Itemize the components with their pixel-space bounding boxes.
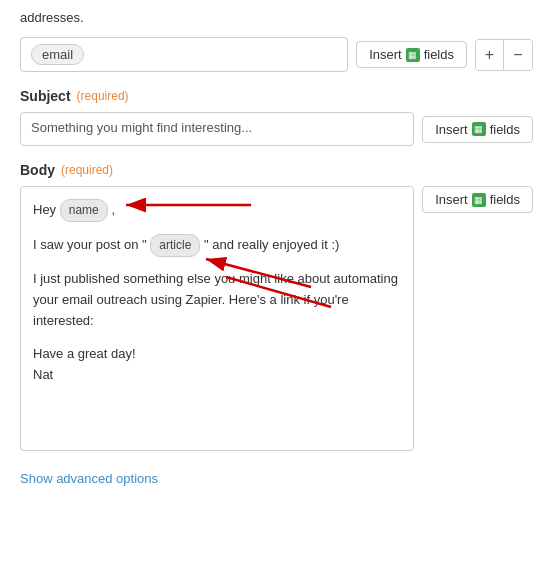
show-advanced-link[interactable]: Show advanced options xyxy=(20,471,158,486)
email-input[interactable]: email xyxy=(20,37,348,72)
body-label-row: Body (required) xyxy=(20,162,533,178)
email-fields-label: fields xyxy=(424,47,454,62)
subject-fields-icon: ▦ xyxy=(472,122,486,136)
body-editor[interactable]: Hey name , I saw your post on " article … xyxy=(20,186,414,451)
plus-minus-group: + − xyxy=(475,39,533,71)
subject-section: Subject (required) Something you might f… xyxy=(20,88,533,146)
email-tag: email xyxy=(31,44,84,65)
subject-fields-label: fields xyxy=(490,122,520,137)
body-required: (required) xyxy=(61,163,113,177)
subject-row: Something you might find interesting... … xyxy=(20,112,533,146)
body-line-2: I saw your post on " article " and reall… xyxy=(33,234,401,257)
subject-required: (required) xyxy=(77,89,129,103)
minus-button[interactable]: − xyxy=(504,40,532,70)
body-section: Body (required) Hey name , I saw your po… xyxy=(20,162,533,451)
subject-insert-label: Insert xyxy=(435,122,468,137)
body-fields-label: fields xyxy=(490,192,520,207)
email-insert-label: Insert xyxy=(369,47,402,62)
name-chip: name xyxy=(60,199,108,222)
body-insert-label: Insert xyxy=(435,192,468,207)
body-right: Insert ▦ fields xyxy=(422,186,533,213)
plus-button[interactable]: + xyxy=(476,40,504,70)
body-label: Body xyxy=(20,162,55,178)
body-insert-fields-button[interactable]: Insert ▦ fields xyxy=(422,186,533,213)
body-wrapper: Hey name , I saw your post on " article … xyxy=(20,186,533,451)
subject-insert-fields-button[interactable]: Insert ▦ fields xyxy=(422,116,533,143)
email-insert-fields-button[interactable]: Insert ▦ fields xyxy=(356,41,467,68)
email-field-row: email Insert ▦ fields + − xyxy=(20,37,533,72)
body-row: Hey name , I saw your post on " article … xyxy=(20,186,533,451)
top-note: addresses. xyxy=(20,10,533,25)
subject-label-row: Subject (required) xyxy=(20,88,533,104)
body-closing: Have a great day!Nat xyxy=(33,344,401,386)
article-chip: article xyxy=(150,234,200,257)
body-fields-icon: ▦ xyxy=(472,193,486,207)
body-line-3: I just published something else you migh… xyxy=(33,269,401,331)
fields-icon: ▦ xyxy=(406,48,420,62)
subject-input[interactable]: Something you might find interesting... xyxy=(20,112,414,146)
subject-label: Subject xyxy=(20,88,71,104)
body-line-1: Hey name , xyxy=(33,199,401,222)
